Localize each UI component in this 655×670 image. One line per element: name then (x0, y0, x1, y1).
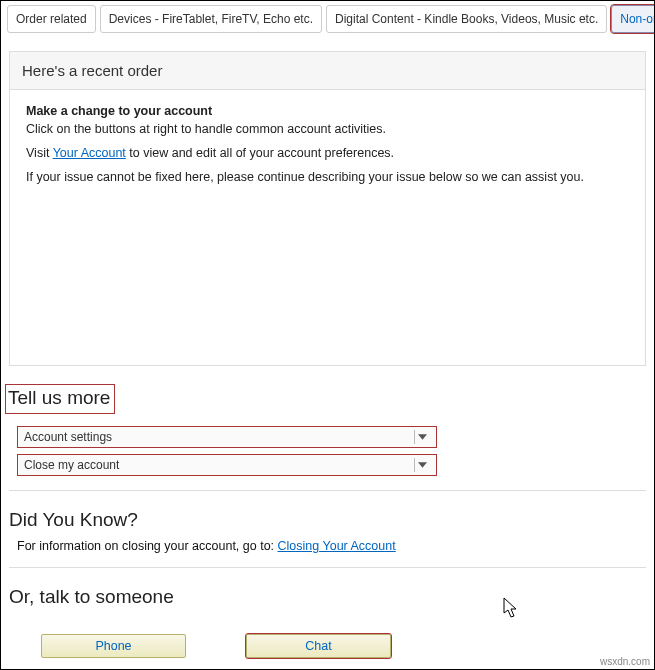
account-help-line2-pre: Visit (26, 146, 53, 160)
chevron-down-icon (414, 458, 430, 472)
talk-to-someone-heading: Or, talk to someone (9, 586, 646, 608)
contact-options: Phone Chat (41, 634, 654, 658)
account-help-title: Make a change to your account (26, 104, 629, 118)
account-help-line1: Click on the buttons at right to handle … (26, 122, 629, 136)
tab-order-related[interactable]: Order related (7, 5, 96, 33)
closing-your-account-link[interactable]: Closing Your Account (278, 539, 396, 553)
issue-detail-select[interactable]: Close my account (17, 454, 437, 476)
account-help-box: Make a change to your account Click on t… (9, 90, 646, 366)
chat-button[interactable]: Chat (246, 634, 391, 658)
account-help-line2-post: to view and edit all of your account pre… (126, 146, 394, 160)
watermark: wsxdn.com (600, 656, 650, 667)
tab-non-order-related[interactable]: Non-order related (611, 5, 655, 33)
account-help-line3: If your issue cannot be fixed here, plea… (26, 170, 629, 184)
did-you-know-body: For information on closing your account,… (17, 539, 646, 553)
tab-digital-content[interactable]: Digital Content - Kindle Books, Videos, … (326, 5, 607, 33)
issue-category-select[interactable]: Account settings (17, 426, 437, 448)
account-help-line2: Visit Your Account to view and edit all … (26, 146, 629, 160)
issue-detail-value: Close my account (24, 458, 119, 472)
recent-order-heading: Here's a recent order (9, 51, 646, 90)
category-tabs: Order related Devices - FireTablet, Fire… (1, 1, 654, 33)
your-account-link[interactable]: Your Account (53, 146, 126, 160)
divider (9, 490, 646, 491)
tell-us-more-heading: Tell us more (5, 384, 115, 414)
issue-category-value: Account settings (24, 430, 112, 444)
did-you-know-heading: Did You Know? (9, 509, 646, 531)
did-you-know-text: For information on closing your account,… (17, 539, 278, 553)
divider (9, 567, 646, 568)
chevron-down-icon (414, 430, 430, 444)
tab-devices[interactable]: Devices - FireTablet, FireTV, Echo etc. (100, 5, 322, 33)
phone-button[interactable]: Phone (41, 634, 186, 658)
